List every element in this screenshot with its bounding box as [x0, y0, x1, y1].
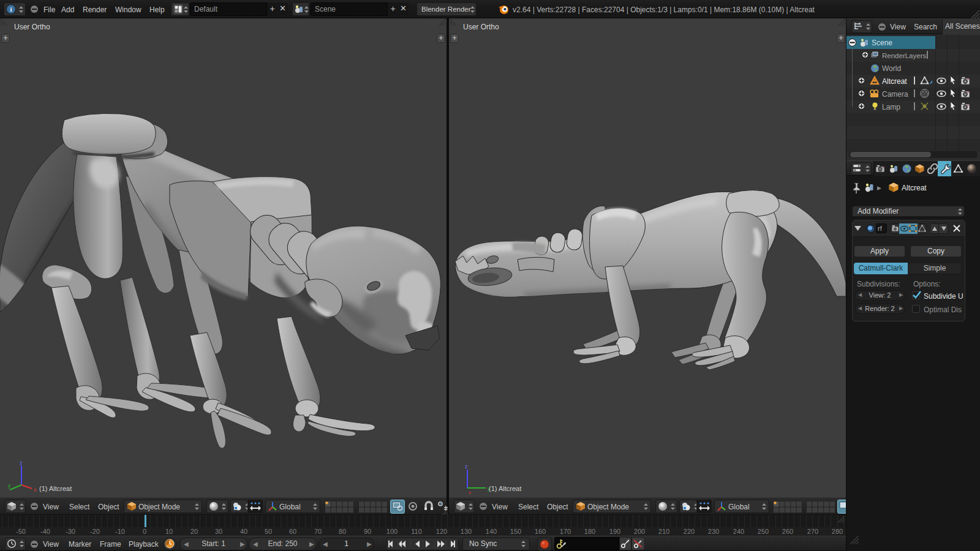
svg-text:x: x [469, 490, 471, 495]
svg-text:x: x [34, 487, 37, 493]
svg-text:i: i [10, 6, 12, 13]
svg-text:z: z [20, 460, 23, 466]
svg-text:z: z [465, 463, 468, 470]
svg-text:y: y [8, 482, 11, 489]
